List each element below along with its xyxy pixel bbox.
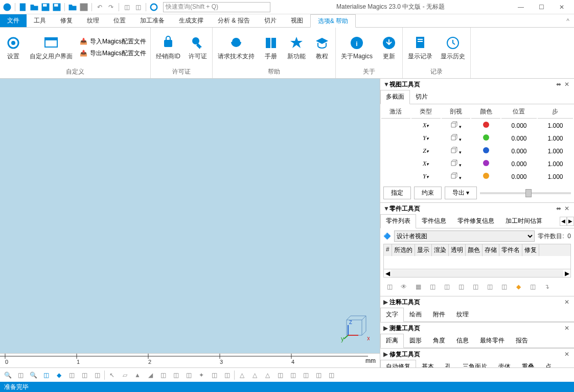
tool-icon[interactable]: ◆ — [512, 281, 524, 293]
app-icon[interactable] — [2, 2, 12, 12]
custom-ui-button[interactable]: 自定义用户界面 — [28, 34, 75, 62]
tab-file[interactable]: 文件 — [0, 14, 27, 27]
tool-icon[interactable]: ✦ — [196, 370, 207, 381]
panel-close-icon[interactable]: ✕ — [563, 81, 571, 88]
tool-icon[interactable]: ◫ — [484, 281, 496, 293]
tool-icon[interactable]: ▲ — [132, 370, 143, 381]
tab-triangles[interactable]: 三角面片 — [457, 360, 493, 367]
tool-icon[interactable]: ◢ — [145, 370, 156, 381]
tool-icon[interactable]: ◫ — [79, 370, 90, 381]
tool-icon[interactable]: ◫ — [469, 281, 481, 293]
tab-circle[interactable]: 圆形 — [404, 334, 427, 348]
tool-icon[interactable]: ◫ — [274, 370, 286, 381]
scroll-right-icon[interactable]: ▶ — [563, 270, 570, 277]
export-button[interactable]: 导出 ▾ — [445, 187, 477, 199]
annotate-header[interactable]: ▶注释工具页✕ — [380, 296, 574, 308]
tab-time-estimate[interactable]: 加工时间估算 — [500, 214, 548, 228]
tool-icon[interactable]: ◫ — [426, 281, 439, 293]
tab-position[interactable]: 位置 — [106, 14, 133, 27]
tab-part-info[interactable]: 零件信息 — [416, 214, 452, 228]
tool-icon[interactable]: ◫ — [383, 281, 396, 293]
saveas-icon[interactable] — [52, 2, 62, 12]
tab-final[interactable]: 最终零件 — [474, 334, 510, 348]
tab-part-list[interactable]: 零件列表 — [380, 214, 416, 228]
tab-scroll-left[interactable]: ◀ — [560, 217, 567, 226]
panel-close-icon[interactable]: ✕ — [563, 205, 571, 212]
measure-header[interactable]: ▶测量工具页✕ — [380, 322, 574, 334]
redo-icon[interactable]: ↷ — [106, 2, 116, 12]
section-row[interactable]: X▾ ▾ 0.0001.000 — [381, 120, 573, 131]
show-history-button[interactable]: 显示历史 — [439, 34, 467, 62]
about-button[interactable]: i关于Magics — [339, 34, 375, 62]
zoom-icon[interactable]: 🔍 — [2, 370, 13, 381]
tool-icon[interactable]: △ — [236, 370, 247, 381]
tab-scroll-right[interactable]: ▶ — [567, 217, 574, 226]
fix-header[interactable]: ▶修复工具页✕ — [380, 349, 574, 360]
new-icon[interactable] — [18, 2, 28, 12]
export-config-button[interactable]: 📤导出Magics配置文件 — [79, 48, 147, 59]
maximize-button[interactable]: ☐ — [531, 0, 552, 14]
tab-report[interactable]: 报告 — [510, 334, 534, 348]
tab-analyze[interactable]: 分析 & 报告 — [211, 14, 257, 27]
manual-button[interactable]: 手册 — [261, 34, 281, 62]
undo-icon[interactable]: ↶ — [95, 2, 105, 12]
section-row[interactable]: Y▾ ▾ 0.0001.000 — [381, 171, 573, 182]
tool-icon[interactable]: ◫ — [455, 281, 467, 293]
tab-tools[interactable]: 工具 — [27, 14, 53, 27]
minimize-button[interactable]: — — [511, 0, 531, 14]
tab-draw[interactable]: 绘画 — [404, 308, 427, 321]
tool-icon[interactable]: ◫ — [157, 370, 169, 381]
tool-icon[interactable]: ↴ — [541, 281, 553, 293]
part-table[interactable]: #所选的显示渲染透明颜色存储零件名修复 — [383, 244, 571, 269]
dealer-id-button[interactable]: 经销商ID — [154, 34, 182, 62]
eye-icon[interactable]: 👁 — [398, 281, 410, 293]
tab-slice[interactable]: 切片 — [257, 14, 284, 27]
tool-icon[interactable]: ◫ — [221, 370, 233, 381]
support-button[interactable]: 请求技术支持 — [216, 34, 257, 62]
settings-button[interactable]: 设置 — [3, 34, 24, 62]
export-icon[interactable] — [79, 2, 89, 12]
view-select[interactable]: 设计者视图 — [394, 230, 535, 242]
tool-icon[interactable]: ◫ — [170, 370, 181, 381]
tab-slice-view[interactable]: 切片 — [410, 90, 433, 104]
tool-icon[interactable]: ◫ — [209, 370, 220, 381]
tool-icon[interactable]: △ — [249, 370, 260, 381]
tool-icon[interactable]: ◆ — [53, 370, 64, 381]
tab-options-help[interactable]: 选项& 帮助 — [310, 14, 356, 28]
show-log-button[interactable]: 显示记录 — [406, 34, 434, 62]
section-slider[interactable] — [480, 192, 571, 194]
tool-icon[interactable]: 🔍 — [28, 370, 39, 381]
save-icon[interactable] — [40, 2, 51, 12]
tool-icon[interactable]: ◫ — [15, 370, 26, 381]
tool-icon[interactable]: △ — [262, 370, 273, 381]
tab-autofix[interactable]: 自动修复 — [380, 360, 416, 367]
tab-attach[interactable]: 附件 — [427, 308, 451, 321]
cube1-icon[interactable]: ◫ — [122, 2, 132, 12]
close-button[interactable]: ✕ — [552, 0, 572, 14]
tab-prep[interactable]: 加工准备 — [133, 14, 172, 27]
import-config-button[interactable]: 📥导入Magics配置文件 — [79, 36, 147, 47]
tool-icon[interactable]: ◫ — [498, 281, 510, 293]
tab-texture[interactable]: 纹理 — [80, 14, 106, 27]
license-button[interactable]: 许可证 — [187, 34, 209, 62]
tutorial-button[interactable]: 教程 — [312, 34, 332, 62]
update-button[interactable]: 更新 — [379, 34, 399, 62]
constraint-button[interactable]: 约束 — [414, 187, 442, 199]
open-icon[interactable] — [29, 2, 39, 12]
section-row[interactable]: X▾ ▾ 0.0001.000 — [381, 158, 573, 170]
tool-icon[interactable]: ◫ — [91, 370, 103, 381]
tab-overlap[interactable]: 重叠 — [516, 360, 540, 367]
axis-widget[interactable]: z x y — [339, 312, 370, 343]
3d-canvas[interactable]: z x y — [0, 79, 380, 353]
tab-text[interactable]: 文字 — [380, 308, 404, 322]
tool-icon[interactable]: ▱ — [119, 370, 130, 381]
import-icon[interactable] — [67, 2, 78, 12]
tab-info[interactable]: 信息 — [451, 334, 474, 348]
tab-texture[interactable]: 纹理 — [451, 308, 474, 321]
tab-view[interactable]: 视图 — [284, 14, 310, 27]
whatsnew-button[interactable]: 新功能 — [285, 34, 308, 62]
tool-icon[interactable]: ▦ — [412, 281, 424, 293]
part-panel-header[interactable]: ▼零件工具页 ⬌ ✕ — [380, 203, 574, 214]
pin-icon[interactable]: ⬌ — [555, 205, 563, 212]
search-input[interactable]: 快速查询(Shift + Q) — [163, 2, 270, 12]
